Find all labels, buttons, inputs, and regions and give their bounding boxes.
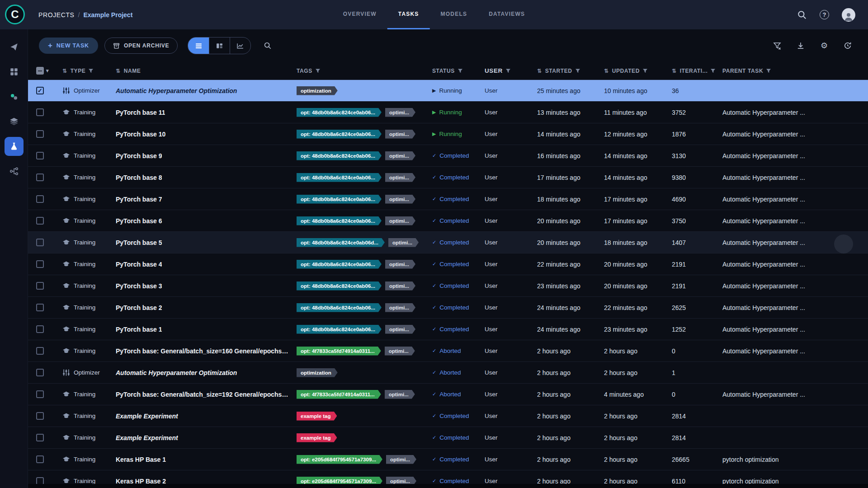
header-type[interactable]: ⇅TYPE [55,68,108,74]
task-name[interactable]: Automatic Hyperparameter Optimization [116,369,237,376]
task-name[interactable]: PyTorch base 11 [116,109,165,116]
filter-icon[interactable] [89,69,93,73]
tag-badge[interactable]: opt: 48db0b8a6c824ce0ab06... [297,173,382,182]
row-checkbox[interactable] [36,217,44,225]
row-checkbox[interactable] [36,434,44,441]
row-checkbox[interactable] [36,282,44,290]
row-checkbox[interactable] [36,152,44,160]
chart-view-button[interactable] [230,38,250,54]
tag-badge[interactable]: opt: 48db0b8a6c824ce0ab06... [297,303,382,312]
tag-badge[interactable]: optimi... [388,238,419,247]
header-iterations[interactable]: ⇅ITERATI... [665,68,715,74]
task-row[interactable]: TrainingPyTorch base: General/batch_size… [28,384,868,405]
task-name[interactable]: PyTorch base 8 [116,174,162,181]
sidebar-item-datasets[interactable] [5,112,24,131]
row-checkbox[interactable] [36,174,44,181]
task-name[interactable]: PyTorch base 1 [116,326,162,333]
task-row[interactable]: TrainingExample Experimentexample tag✓Co… [28,405,868,427]
filter-icon[interactable] [576,69,580,73]
row-checkbox[interactable] [36,195,44,203]
header-tags[interactable]: TAGS [289,68,425,74]
tag-badge[interactable]: opt: 48db0b8a6c824ce0ab06... [297,282,382,291]
user-avatar[interactable] [842,8,855,22]
split-view-button[interactable] [209,38,230,54]
clearml-logo[interactable]: C [5,5,25,24]
task-name[interactable]: Automatic Hyperparameter Optimization [116,87,237,94]
filter-icon[interactable] [316,69,320,73]
tag-badge[interactable]: example tag [297,433,337,442]
task-row[interactable]: TrainingExample Experimentexample tag✓Co… [28,427,868,449]
tag-badge[interactable]: optimi... [385,260,415,269]
task-name[interactable]: PyTorch base 4 [116,261,162,268]
tag-badge[interactable]: optimi... [385,173,415,182]
sidebar-item-workers[interactable] [5,87,24,106]
tab-overview[interactable]: OVERVIEW [332,0,387,29]
row-checkbox[interactable] [36,455,44,463]
parent-task-cell[interactable]: Automatic Hyperparameter ... [715,347,868,355]
task-row[interactable]: TrainingPyTorch base 10opt: 48db0b8a6c82… [28,123,868,145]
filter-icon[interactable] [458,69,462,73]
header-user[interactable]: USER [477,67,530,74]
row-checkbox[interactable] [36,260,44,268]
breadcrumb-current-project[interactable]: Example Project [83,11,132,19]
row-checkbox[interactable] [36,108,44,116]
tag-badge[interactable]: opt: 48db0b8a6c824ce0ab06... [297,151,382,160]
select-all-checkbox[interactable] [36,67,44,75]
task-row[interactable]: OptimizerAutomatic Hyperparameter Optimi… [28,80,868,102]
sort-icon[interactable]: ⇅ [604,68,609,74]
tag-badge[interactable]: optimization [297,368,338,377]
breadcrumb-projects[interactable]: PROJECTS [38,11,74,19]
parent-task-cell[interactable]: Automatic Hyperparameter ... [715,282,868,290]
header-name[interactable]: ⇅NAME [108,68,289,74]
row-checkbox[interactable] [36,390,44,398]
header-updated[interactable]: ⇅UPDATED [597,68,665,74]
parent-task-cell[interactable]: Automatic Hyperparameter ... [715,391,868,398]
task-row[interactable]: TrainingPyTorch base 11opt: 48db0b8a6c82… [28,102,868,123]
new-task-button[interactable]: + NEW TASK [39,38,98,54]
tab-dataviews[interactable]: DATAVIEWS [478,0,536,29]
parent-task-cell[interactable]: Automatic Hyperparameter ... [715,131,868,138]
header-parent[interactable]: PARENT TASK [715,68,868,74]
row-checkbox[interactable] [36,87,44,94]
tag-badge[interactable]: optimi... [385,303,415,312]
row-checkbox[interactable] [36,369,44,376]
sort-icon[interactable]: ⇅ [62,68,67,74]
task-row[interactable]: TrainingPyTorch base 1opt: 48db0b8a6c824… [28,319,868,340]
parent-task-cell[interactable]: Automatic Hyperparameter ... [715,109,868,116]
row-checkbox[interactable] [36,325,44,333]
header-status[interactable]: STATUS [425,68,477,74]
tag-badge[interactable]: optimi... [385,151,415,160]
sidebar-item-pipelines[interactable] [5,162,24,181]
table-search-icon[interactable] [263,41,273,51]
row-checkbox[interactable] [36,130,44,138]
sidebar-item-boards[interactable] [5,62,24,81]
tab-models[interactable]: MODELS [430,0,478,29]
scroll-indicator[interactable] [834,235,853,253]
help-icon[interactable]: ? [820,10,829,19]
task-row[interactable]: TrainingKeras HP Base 1opt: e205d684f795… [28,449,868,470]
filter-icon[interactable] [711,69,715,73]
task-name[interactable]: PyTorch base: General/batch_size=192 Gen… [116,391,289,398]
task-name[interactable]: PyTorch base 9 [116,152,162,160]
tag-badge[interactable]: opt: 48db0b8a6c824ce0ab06... [297,195,382,204]
task-name[interactable]: Keras HP Base 1 [116,456,166,463]
task-row[interactable]: TrainingPyTorch base 9opt: 48db0b8a6c824… [28,145,868,167]
tag-badge[interactable]: opt: 48db0b8a6c824ce0ab06d... [297,238,385,247]
tag-badge[interactable]: opt: 48db0b8a6c824ce0ab06... [297,216,382,225]
tag-badge[interactable]: optimi... [386,455,416,464]
header-started[interactable]: ⇅STARTED [530,68,597,74]
filter-icon[interactable] [506,69,510,73]
row-checkbox[interactable] [36,239,44,246]
task-name[interactable]: Example Experiment [116,413,178,420]
sort-icon[interactable]: ⇅ [537,68,542,74]
task-name[interactable]: PyTorch base 2 [116,304,162,311]
open-archive-button[interactable]: OPEN ARCHIVE [104,38,178,54]
tag-badge[interactable]: optimi... [385,282,415,291]
task-row[interactable]: TrainingPyTorch base: General/batch_size… [28,340,868,362]
clear-filters-icon[interactable] [772,41,782,51]
download-icon[interactable] [796,41,806,51]
parent-task-cell[interactable]: Automatic Hyperparameter ... [715,174,868,181]
parent-task-cell[interactable]: Automatic Hyperparameter ... [715,196,868,203]
tag-badge[interactable]: opt: 48db0b8a6c824ce0ab06... [297,260,382,269]
tag-badge[interactable]: optimi... [385,216,415,225]
